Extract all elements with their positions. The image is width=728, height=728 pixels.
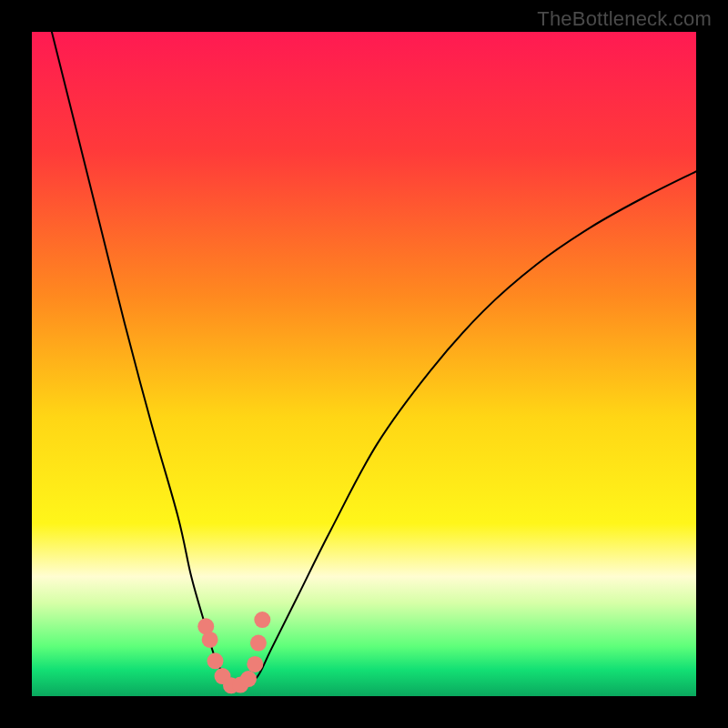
curve-layer: [32, 32, 696, 696]
marker-point: [202, 632, 218, 648]
plot-area: [32, 32, 696, 696]
marker-point: [254, 612, 270, 628]
watermark-text: TheBottleneck.com: [537, 7, 712, 31]
marker-point: [240, 671, 257, 687]
bottleneck-curve: [52, 32, 696, 688]
marker-point: [250, 635, 267, 652]
marker-group: [197, 612, 270, 693]
marker-point: [207, 652, 223, 669]
chart-frame: TheBottleneck.com: [0, 0, 728, 728]
marker-point: [247, 656, 263, 672]
